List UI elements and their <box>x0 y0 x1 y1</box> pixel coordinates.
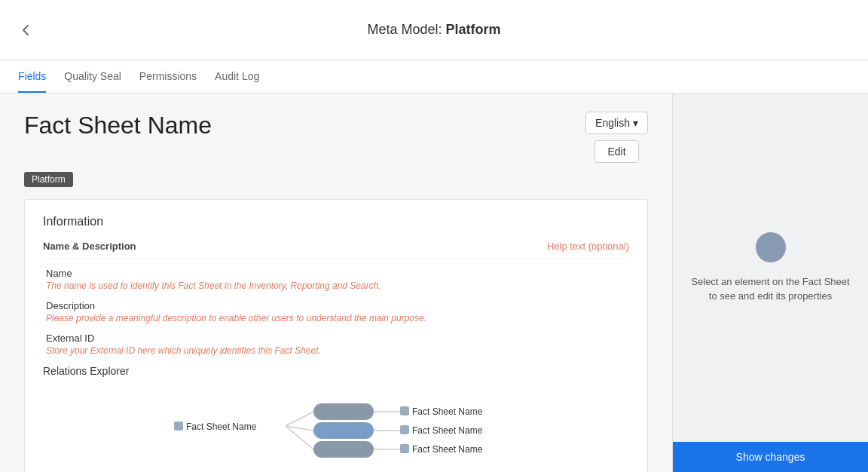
content-area: Fact Sheet Name English ▾ Edit Platform … <box>0 93 672 472</box>
right-panel-content: Select an element on the Fact Sheet to s… <box>673 93 868 442</box>
language-button[interactable]: English ▾ <box>585 112 648 134</box>
main-layout: Fact Sheet Name English ▾ Edit Platform … <box>0 93 868 472</box>
right-panel: Select an element on the Fact Sheet to s… <box>672 93 868 472</box>
svg-line-2 <box>286 412 313 426</box>
relations-explorer: Relations Explorer Fact Sheet Name <box>43 365 629 472</box>
svg-text:Fact Sheet Name: Fact Sheet Name <box>186 421 257 432</box>
field-group-name: Name & Description <box>43 241 136 252</box>
svg-rect-15 <box>400 444 409 453</box>
header-actions: English ▾ Edit <box>585 112 648 163</box>
information-title: Information <box>43 215 629 228</box>
field-group-header: Name & Description Help text (optional) <box>43 241 629 259</box>
svg-rect-5 <box>313 403 374 420</box>
panel-message: Select an element on the Fact Sheet to s… <box>691 274 850 304</box>
show-changes-button[interactable]: Show changes <box>673 442 868 472</box>
information-section: Information Name & Description Help text… <box>24 199 648 472</box>
field-name: Name The name is used to identify this F… <box>43 268 629 291</box>
back-button[interactable] <box>18 23 33 38</box>
platform-badge: Platform <box>24 172 73 187</box>
svg-text:Fact Sheet Name: Fact Sheet Name <box>412 406 483 417</box>
svg-rect-13 <box>400 425 409 434</box>
svg-rect-6 <box>313 422 374 439</box>
panel-icon <box>756 232 786 262</box>
tab-quality-seal[interactable]: Quality Seal <box>64 61 121 93</box>
field-external-id: External ID Store your External ID here … <box>43 333 629 356</box>
edit-button[interactable]: Edit <box>594 140 638 163</box>
tabs-bar: Fields Quality Seal Permissions Audit Lo… <box>0 60 868 93</box>
fact-sheet-header: Fact Sheet Name English ▾ Edit <box>24 112 648 163</box>
svg-text:Fact Sheet Name: Fact Sheet Name <box>412 444 483 455</box>
fact-sheet-title: Fact Sheet Name <box>24 112 212 139</box>
svg-rect-7 <box>313 441 374 458</box>
field-description: Description Please provide a meaningful … <box>43 300 629 323</box>
svg-rect-11 <box>400 406 409 415</box>
relations-title: Relations Explorer <box>43 365 629 377</box>
relations-diagram: Fact Sheet Name <box>43 389 629 472</box>
field-help-text: Help text (optional) <box>547 241 629 252</box>
tab-audit-log[interactable]: Audit Log <box>215 61 259 93</box>
fact-sheet-title-block: Fact Sheet Name <box>24 112 212 139</box>
tab-fields[interactable]: Fields <box>18 61 46 93</box>
svg-rect-0 <box>174 421 183 431</box>
svg-text:Fact Sheet Name: Fact Sheet Name <box>412 425 483 436</box>
header: Meta Model: Platform <box>0 0 868 60</box>
tab-permissions[interactable]: Permissions <box>139 61 197 93</box>
page-title: Meta Model: Platform <box>367 22 500 38</box>
